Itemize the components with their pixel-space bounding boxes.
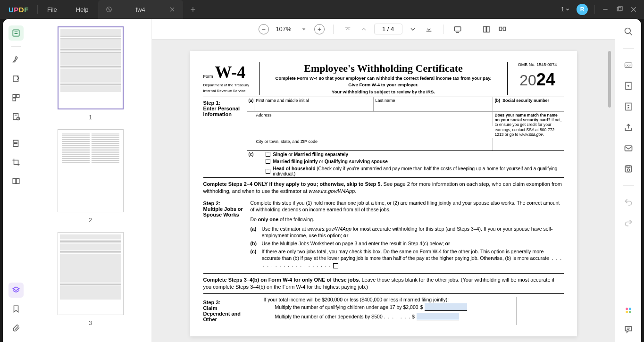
- svg-rect-16: [16, 94, 19, 97]
- svg-rect-35: [486, 26, 489, 32]
- avatar[interactable]: R: [577, 4, 588, 15]
- organize-tool[interactable]: [8, 90, 24, 105]
- instruction-1: Complete Steps 2–4 ONLY if they apply to…: [203, 178, 564, 198]
- first-name-field[interactable]: First name and middle initial: [254, 97, 374, 111]
- form-label: Form: [203, 74, 213, 79]
- scrollbar[interactable]: [608, 51, 611, 108]
- page-thumbnail-3[interactable]: [58, 232, 124, 315]
- thumb-label: 1: [89, 114, 92, 121]
- undo-button[interactable]: [622, 196, 635, 209]
- filing-married-joint[interactable]: Married filing jointly or Qualifying sur…: [254, 158, 564, 165]
- last-name-field[interactable]: Last name: [374, 97, 493, 111]
- city-field[interactable]: City or town, state, and ZIP code: [247, 138, 493, 150]
- left-toolbar: [3, 19, 29, 342]
- share-button[interactable]: [622, 121, 635, 133]
- comment-button[interactable]: [622, 323, 635, 335]
- thumbnail-panel: 1 2: [29, 19, 152, 342]
- page-thumbnail-2[interactable]: [58, 129, 124, 212]
- attachment-tool[interactable]: [8, 320, 24, 335]
- svg-rect-18: [13, 113, 18, 120]
- ai-button[interactable]: [622, 304, 635, 317]
- form-title: Employee's Withholding Certificate: [265, 62, 502, 75]
- tab-blocked-icon: [106, 6, 112, 13]
- zoom-dropdown[interactable]: [298, 24, 309, 35]
- filing-hoh[interactable]: Head of household (Check only if you're …: [254, 165, 564, 177]
- tab-title: fw4: [136, 6, 145, 13]
- ssn-field[interactable]: (b) Social security number: [493, 97, 564, 111]
- form-year: 2024: [511, 70, 564, 90]
- svg-point-49: [626, 308, 628, 310]
- highlight-tool[interactable]: [8, 52, 24, 67]
- presentation-button[interactable]: [452, 24, 463, 35]
- step2c-checkbox[interactable]: [333, 263, 338, 268]
- minimize-button[interactable]: [602, 6, 609, 13]
- svg-line-1: [107, 8, 110, 11]
- layers-tool[interactable]: [8, 283, 24, 298]
- crop-tool[interactable]: [8, 155, 24, 170]
- save-button[interactable]: [622, 163, 635, 175]
- compress-button[interactable]: [622, 100, 635, 113]
- form-sub1: Complete Form W-4 so that your employer …: [265, 75, 502, 81]
- email-button[interactable]: [622, 142, 635, 154]
- svg-rect-34: [484, 26, 486, 32]
- page-thumbnail-1[interactable]: [58, 26, 124, 109]
- view-mode-button[interactable]: [481, 24, 492, 35]
- menu-file[interactable]: File: [38, 6, 67, 13]
- maximize-button[interactable]: [616, 6, 623, 13]
- search-button[interactable]: [622, 25, 635, 38]
- svg-rect-17: [13, 98, 16, 101]
- compare-view-button[interactable]: [497, 24, 508, 35]
- right-toolbar: OCR: [615, 19, 641, 342]
- app-logo: UPDF: [0, 6, 37, 14]
- svg-rect-43: [626, 103, 631, 110]
- bookmark-tool[interactable]: [8, 301, 24, 317]
- divider: [594, 5, 595, 14]
- form-name: W-4: [215, 62, 246, 82]
- zoom-out-button[interactable]: [259, 24, 269, 34]
- form-sub3: Your withholding is subject to review by…: [265, 89, 502, 95]
- svg-rect-36: [499, 27, 502, 31]
- prev-page-button[interactable]: [358, 24, 369, 35]
- qualifying-children-amount[interactable]: [425, 303, 467, 311]
- page-input[interactable]: [374, 24, 402, 34]
- compare-tool[interactable]: [8, 174, 24, 189]
- ocr-button[interactable]: OCR: [622, 59, 635, 71]
- filing-single[interactable]: Single or Married filing separately: [254, 151, 564, 158]
- pdf-page: Form W-4 Department of the Treasury Inte…: [190, 51, 577, 336]
- edit-tool[interactable]: [8, 71, 24, 86]
- svg-rect-23: [13, 179, 16, 184]
- menu-help[interactable]: Help: [67, 6, 98, 13]
- zoom-in-button[interactable]: [314, 24, 325, 34]
- convert-button[interactable]: [622, 80, 635, 92]
- close-icon[interactable]: [169, 6, 176, 13]
- redact-tool[interactable]: [8, 136, 24, 151]
- page-scroll-area[interactable]: Form W-4 Department of the Treasury Inte…: [152, 40, 615, 342]
- redo-button[interactable]: [622, 217, 635, 229]
- next-page-button[interactable]: [407, 24, 418, 35]
- reader-tool[interactable]: [8, 25, 24, 41]
- title-bar: UPDF File Help fw4 1 R: [0, 0, 644, 19]
- document-tab[interactable]: fw4: [98, 0, 183, 19]
- other-dependents-amount[interactable]: [417, 313, 459, 320]
- viewer: 107% Form W-4: [152, 19, 615, 342]
- last-page-button[interactable]: [423, 24, 435, 35]
- step2-label: Step 2: Multiple Jobs or Spouse Works: [203, 198, 247, 273]
- svg-rect-24: [16, 179, 19, 184]
- svg-rect-45: [625, 146, 632, 151]
- svg-marker-25: [13, 287, 19, 291]
- svg-point-52: [628, 311, 631, 313]
- dept-line2: Internal Revenue Service: [203, 89, 256, 93]
- form-sub2: Give Form W-4 to your employer.: [265, 82, 502, 88]
- form-tool[interactable]: [8, 109, 24, 124]
- address-field[interactable]: Address: [247, 112, 493, 126]
- step1-label: Step 1: Enter Personal Information: [203, 97, 247, 177]
- name-match-note: Does your name match the name on your so…: [493, 112, 564, 138]
- first-page-button[interactable]: [342, 24, 353, 35]
- svg-rect-15: [13, 94, 16, 97]
- new-tab-button[interactable]: [183, 6, 203, 13]
- svg-line-39: [629, 33, 632, 35]
- notification-count[interactable]: 1: [561, 6, 570, 13]
- omb-number: OMB No. 1545-0074: [511, 62, 564, 67]
- main-area: 1 2: [3, 19, 641, 342]
- close-window-button[interactable]: [630, 6, 637, 13]
